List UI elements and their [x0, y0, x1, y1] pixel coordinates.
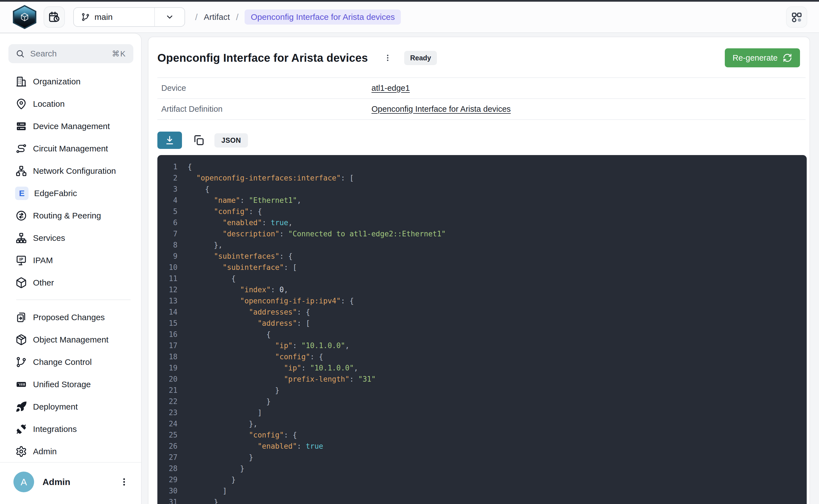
- sidebar-item-unified-storage[interactable]: Unified Storage: [8, 373, 139, 396]
- code-text: "prefix-length": "31": [187, 374, 376, 385]
- code-line: 10 "subinterface": [: [163, 262, 807, 273]
- sidebar-item-network-configuration[interactable]: Network Configuration: [8, 160, 139, 182]
- sidebar-item-deployment[interactable]: Deployment: [8, 396, 139, 418]
- box-icon: [15, 277, 27, 289]
- sidebar-item-object-management[interactable]: Object Management: [8, 329, 139, 351]
- sidebar-item-label: Location: [33, 99, 65, 109]
- code-text: "enabled": true,: [187, 217, 293, 228]
- line-number: 1: [163, 161, 177, 172]
- app-logo[interactable]: [13, 5, 36, 29]
- sidebar-item-label: Other: [33, 278, 54, 287]
- code-text: {: [187, 161, 192, 172]
- code-text: {: [187, 329, 270, 340]
- code-line: 29 }: [163, 474, 807, 485]
- sidebar-item-other[interactable]: Other: [8, 272, 139, 294]
- detail-label: Device: [161, 84, 371, 93]
- sidebar-item-admin[interactable]: Admin: [8, 440, 139, 463]
- package-icon: [15, 334, 27, 346]
- code-line: 13 "openconfig-if-ip:ipv4": {: [163, 295, 807, 306]
- code-viewer[interactable]: 1{2 "openconfig-interfaces:interface": […: [157, 155, 807, 504]
- line-number: 17: [163, 340, 177, 351]
- rocket-icon: [15, 401, 27, 413]
- code-line: 15 "address": [: [163, 318, 807, 329]
- code-line: 4 "name": "Ethernet1",: [163, 195, 807, 206]
- breadcrumb-artifact-link[interactable]: Artifact: [204, 12, 230, 22]
- line-number: 3: [163, 184, 177, 195]
- code-text: }: [187, 474, 236, 485]
- sidebar-item-device-management[interactable]: Device Management: [8, 115, 139, 137]
- code-text: "addresses": {: [187, 306, 310, 318]
- user-menu-kebab-icon[interactable]: [119, 477, 129, 487]
- download-button[interactable]: [157, 132, 182, 149]
- regenerate-label: Re-generate: [733, 53, 778, 63]
- ipam-icon: IP: [15, 254, 27, 267]
- line-number: 11: [163, 273, 177, 284]
- copy-button[interactable]: [193, 134, 205, 146]
- code-line: 21 }: [163, 385, 807, 396]
- code-line: 18 "config": {: [163, 351, 807, 362]
- code-line: 22 }: [163, 396, 807, 407]
- top-bar: main / Artifact / Openconfig Interface f…: [0, 2, 819, 33]
- line-number: 13: [163, 295, 177, 306]
- page-actions-kebab-icon[interactable]: [383, 54, 392, 62]
- code-text: }: [187, 452, 253, 463]
- code-text: "description": "Connected to atl1-edge2:…: [187, 228, 446, 239]
- code-text: ]: [187, 485, 227, 496]
- branch-selector-value: main: [74, 12, 154, 22]
- network-icon: [15, 165, 27, 177]
- code-text: "config": {: [187, 351, 323, 362]
- line-number: 31: [163, 496, 177, 504]
- breadcrumb-current-page[interactable]: Openconfig Interface for Arista devices: [244, 9, 401, 25]
- detail-row-artifact-definition: Artifact DefinitionOpenconfig Interface …: [157, 99, 806, 120]
- regenerate-button[interactable]: Re-generate: [725, 48, 800, 67]
- sidebar-item-routing-peering[interactable]: Routing & Peering: [8, 205, 139, 227]
- code-text: "address": [: [187, 318, 310, 329]
- code-line: 19 "ip": "10.1.0.0",: [163, 362, 807, 374]
- line-number: 21: [163, 385, 177, 396]
- sidebar-item-edgefabric[interactable]: EEdgeFabric: [8, 182, 139, 205]
- line-number: 6: [163, 217, 177, 228]
- avatar[interactable]: A: [13, 472, 34, 492]
- code-text: },: [187, 418, 257, 429]
- code-line: 12 "index": 0,: [163, 284, 807, 295]
- sidebar-item-circuit-management[interactable]: Circuit Management: [8, 137, 139, 160]
- sidebar-item-ipam[interactable]: IPIPAM: [8, 249, 139, 272]
- calendar-clock-button[interactable]: [44, 6, 65, 28]
- sidebar-item-services[interactable]: Services: [8, 227, 139, 249]
- line-number: 2: [163, 172, 177, 184]
- branch-dropdown-toggle[interactable]: [154, 8, 184, 26]
- sidebar-item-label: Organization: [33, 77, 80, 86]
- sidebar-item-change-control[interactable]: Change Control: [8, 351, 139, 373]
- line-number: 9: [163, 251, 177, 262]
- code-text: "config": {: [187, 429, 297, 441]
- line-number: 26: [163, 441, 177, 452]
- sidebar-item-integrations[interactable]: Integrations: [8, 418, 139, 440]
- format-badge: JSON: [214, 133, 248, 148]
- main-content: Openconfig Interface for Arista devices …: [148, 37, 810, 504]
- code-line: 9 "subinterfaces": {: [163, 251, 807, 262]
- code-line: 7 "description": "Connected to atl1-edge…: [163, 228, 807, 239]
- line-number: 16: [163, 329, 177, 340]
- sidebar-item-organization[interactable]: Organization: [8, 70, 139, 93]
- line-number: 22: [163, 396, 177, 407]
- sidebar-item-label: Admin: [33, 447, 57, 456]
- code-line: 20 "prefix-length": "31": [163, 374, 807, 385]
- sidebar-item-label: Deployment: [33, 402, 78, 412]
- search-icon: [16, 49, 25, 58]
- code-text: }: [187, 396, 270, 407]
- sidebar-item-proposed-changes[interactable]: Proposed Changes: [8, 306, 139, 329]
- sidebar-item-location[interactable]: Location: [8, 93, 139, 115]
- branch-selector[interactable]: main: [73, 7, 185, 27]
- gear-icon: [15, 445, 27, 458]
- code-line: 26 "enabled": true: [163, 441, 807, 452]
- git-branch-icon: [81, 13, 90, 22]
- branch-name: main: [94, 12, 113, 22]
- detail-value-link[interactable]: Openconfig Interface for Arista devices: [371, 104, 511, 114]
- code-line: 28 }: [163, 463, 807, 474]
- circuit-icon: [15, 142, 27, 155]
- workflow-apps-button[interactable]: [786, 6, 807, 28]
- search-input[interactable]: Search ⌘K: [8, 44, 133, 63]
- router-icon: [15, 210, 27, 222]
- detail-value-link[interactable]: atl1-edge1: [371, 84, 410, 93]
- code-text: "openconfig-if-ip:ipv4": {: [187, 295, 354, 306]
